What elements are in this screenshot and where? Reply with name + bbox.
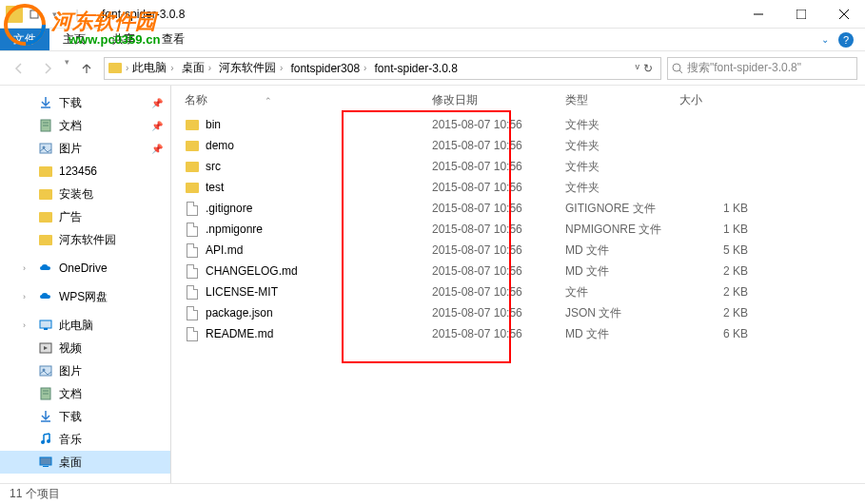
search-input[interactable]: 搜索"font-spider-3.0.8" — [667, 57, 857, 80]
tab-home[interactable]: 主页 — [49, 29, 99, 50]
sidebar-item[interactable]: 视频 — [0, 337, 170, 359]
sidebar-item[interactable]: 图片 — [0, 359, 170, 382]
ribbon-help-area: ⌄ ? — [810, 32, 865, 48]
tab-file[interactable]: 文件 — [0, 29, 49, 50]
folder-icon — [38, 164, 53, 179]
sidebar-item[interactable]: ›WPS网盘 — [0, 285, 170, 308]
tab-view[interactable]: 查看 — [148, 29, 198, 50]
sidebar-item[interactable]: 安装包 — [0, 183, 170, 205]
svg-point-23 — [47, 439, 50, 443]
pin-icon: 📌 — [151, 121, 163, 131]
file-row[interactable]: .npmigonre2015-08-07 10:56NPMIGONRE 文件1 … — [185, 219, 852, 240]
help-icon[interactable]: ? — [838, 32, 854, 48]
sidebar-item[interactable]: 桌面 — [0, 451, 170, 474]
separator: | — [69, 6, 86, 23]
file-date: 2015-08-07 10:56 — [432, 264, 565, 278]
sidebar-item[interactable]: 下载 — [0, 405, 170, 428]
folder-icon — [185, 159, 200, 174]
search-icon — [672, 63, 683, 74]
folder-icon — [185, 138, 200, 153]
breadcrumb-bar[interactable]: › 此电脑› 桌面› 河东软件园› fontspider308› font-sp… — [104, 57, 661, 80]
svg-rect-12 — [40, 144, 51, 153]
file-date: 2015-08-07 10:56 — [432, 181, 565, 194]
file-type: MD 文件 — [565, 242, 679, 259]
sidebar-item[interactable]: 图片📌 — [0, 137, 170, 160]
sidebar-item[interactable]: 下载📌 — [0, 91, 170, 114]
file-row[interactable]: bin2015-08-07 10:56文件夹 — [185, 114, 852, 135]
nav-up-button[interactable] — [75, 57, 98, 80]
sidebar-item[interactable]: 音乐 — [0, 428, 170, 451]
file-name: .gitignore — [206, 202, 252, 215]
file-name: bin — [206, 118, 221, 131]
file-row[interactable]: API.md2015-08-07 10:56MD 文件5 KB — [185, 240, 852, 261]
main-content-area: 下载📌文档📌图片📌123456安装包广告河东软件园›OneDrive›WPS网盘… — [0, 86, 865, 483]
sidebar-item[interactable]: ›此电脑 — [0, 314, 170, 337]
file-row[interactable]: demo2015-08-07 10:56文件夹 — [185, 135, 852, 156]
file-icon — [185, 222, 200, 237]
file-size: 2 KB — [679, 285, 756, 299]
file-name: package.json — [206, 306, 273, 320]
file-name: LICENSE-MIT — [206, 285, 278, 299]
breadcrumb-item[interactable]: fontspider308› — [286, 62, 370, 75]
quick-access-dropdown-icon[interactable]: ▾ — [46, 6, 63, 23]
breadcrumb-dropdown-icon[interactable]: v — [636, 62, 640, 75]
chevron-right-icon: › — [23, 320, 32, 330]
file-row[interactable]: LICENSE-MIT2015-08-07 10:56文件2 KB — [185, 281, 852, 302]
maximize-button[interactable] — [779, 0, 822, 29]
file-type: JSON 文件 — [565, 305, 679, 321]
breadcrumb-item[interactable]: font-spider-3.0.8 — [370, 62, 461, 75]
sidebar-item-label: 此电脑 — [59, 318, 93, 334]
file-type: GITIGNORE 文件 — [565, 201, 679, 217]
col-header-name[interactable]: 名称⌃ — [185, 92, 432, 108]
breadcrumb-root-icon — [108, 63, 122, 73]
video-icon — [38, 340, 53, 356]
sidebar-item-label: 文档 — [59, 386, 82, 402]
file-row[interactable]: CHANGELOG.md2015-08-07 10:56MD 文件2 KB — [185, 261, 852, 281]
tab-share[interactable]: 共享 — [99, 29, 148, 50]
col-header-date[interactable]: 修改日期 — [432, 92, 565, 108]
file-row[interactable]: .gitignore2015-08-07 10:56GITIGNORE 文件1 … — [185, 198, 852, 219]
file-row[interactable]: src2015-08-07 10:56文件夹 — [185, 156, 852, 177]
sidebar-item[interactable]: 河东软件园 — [0, 228, 170, 251]
close-button[interactable] — [822, 0, 865, 29]
pictures-icon — [38, 141, 53, 156]
quick-access-icon[interactable] — [26, 6, 43, 23]
file-icon — [185, 263, 200, 279]
file-row[interactable]: package.json2015-08-07 10:56JSON 文件2 KB — [185, 302, 852, 323]
file-date: 2015-08-07 10:56 — [432, 306, 565, 320]
nav-back-button[interactable] — [8, 57, 30, 80]
file-type: 文件夹 — [565, 159, 679, 175]
file-row[interactable]: README.md2015-08-07 10:56MD 文件6 KB — [185, 323, 852, 344]
breadcrumb-item[interactable]: 桌面› — [178, 60, 215, 76]
file-row[interactable]: test2015-08-07 10:56文件夹 — [185, 177, 852, 198]
nav-forward-button[interactable] — [36, 57, 59, 80]
sidebar-item[interactable]: 广告 — [0, 205, 170, 228]
file-type: NPMIGONRE 文件 — [565, 222, 679, 238]
expand-ribbon-icon[interactable]: ⌄ — [821, 34, 829, 45]
refresh-icon[interactable]: ↻ — [643, 62, 653, 75]
sidebar-item[interactable]: 文档 — [0, 382, 170, 405]
window-controls — [737, 0, 865, 28]
sidebar-item[interactable]: ›OneDrive — [0, 257, 170, 280]
nav-history-dropdown[interactable]: ▾ — [65, 57, 69, 80]
quick-access-toolbar: ▾ | — [0, 6, 94, 23]
breadcrumb-item[interactable]: 河东软件园› — [215, 60, 286, 76]
file-date: 2015-08-07 10:56 — [432, 327, 565, 340]
svg-point-22 — [41, 440, 45, 444]
minimize-button[interactable] — [737, 0, 779, 29]
col-header-size[interactable]: 大小 — [679, 92, 756, 108]
breadcrumb-item[interactable]: 此电脑› — [128, 60, 177, 76]
folder-icon — [185, 180, 200, 195]
file-date: 2015-08-07 10:56 — [432, 285, 565, 299]
file-type: 文件 — [565, 284, 679, 300]
sidebar-item[interactable]: 123456 — [0, 160, 170, 183]
navigation-sidebar: 下载📌文档📌图片📌123456安装包广告河东软件园›OneDrive›WPS网盘… — [0, 86, 171, 483]
sidebar-item[interactable]: 文档📌 — [0, 114, 170, 137]
file-name: test — [206, 181, 224, 194]
col-header-type[interactable]: 类型 — [565, 92, 679, 108]
file-date: 2015-08-07 10:56 — [432, 139, 565, 152]
file-icon — [185, 305, 200, 320]
desktop-icon — [38, 455, 53, 470]
folder-icon — [6, 6, 23, 23]
file-date: 2015-08-07 10:56 — [432, 223, 565, 236]
